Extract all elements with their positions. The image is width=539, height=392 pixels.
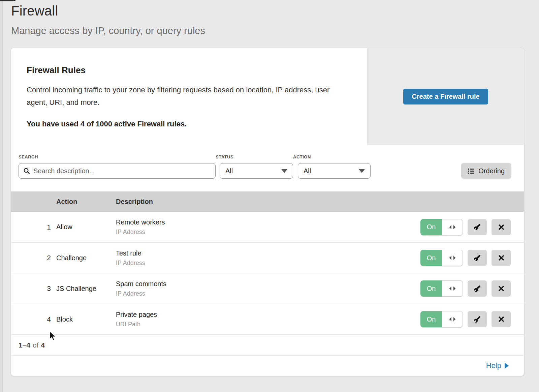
pagination-of: of bbox=[33, 341, 39, 349]
page-title: Firewall bbox=[11, 3, 205, 19]
rule-controls: On bbox=[420, 250, 524, 266]
rule-enabled-toggle[interactable]: On bbox=[420, 311, 463, 327]
chevron-down-icon bbox=[359, 169, 365, 173]
search-filter: SEARCH bbox=[19, 154, 216, 179]
chevron-down-icon bbox=[281, 169, 287, 173]
toggle-arrows-icon bbox=[449, 255, 456, 260]
page-subtitle: Manage access by IP, country, or query r… bbox=[11, 25, 205, 36]
delete-rule-button[interactable] bbox=[492, 311, 511, 327]
ordered-list-icon bbox=[468, 168, 474, 174]
delete-rule-button[interactable] bbox=[492, 280, 511, 297]
rule-match-type: IP Address bbox=[116, 290, 420, 297]
window-corner-artifact bbox=[0, 0, 15, 1]
table-row: 4 Block Private pages URI Path On bbox=[11, 304, 524, 334]
close-icon bbox=[498, 316, 505, 323]
rule-controls: On bbox=[420, 311, 524, 327]
delete-rule-button[interactable] bbox=[492, 219, 511, 235]
toggle-arrows-icon bbox=[449, 286, 456, 291]
table-header: Action Description bbox=[11, 191, 524, 212]
rule-enabled-toggle[interactable]: On bbox=[420, 219, 463, 235]
search-box[interactable] bbox=[19, 163, 216, 179]
toggle-on-label: On bbox=[420, 280, 442, 297]
rule-description-title: Test rule bbox=[116, 249, 420, 257]
rule-controls: On bbox=[420, 219, 524, 235]
toggle-handle[interactable] bbox=[442, 219, 463, 235]
wrench-icon bbox=[474, 316, 481, 323]
create-rule-panel: Create a Firewall rule bbox=[367, 48, 524, 145]
close-icon bbox=[498, 285, 505, 292]
rule-description-title: Private pages bbox=[116, 311, 420, 319]
toggle-arrows-icon bbox=[449, 317, 456, 322]
status-select[interactable]: All bbox=[220, 163, 293, 179]
edit-rule-button[interactable] bbox=[468, 280, 487, 297]
rule-controls: On bbox=[420, 280, 524, 297]
rule-match-type: IP Address bbox=[116, 229, 420, 236]
help-link-label: Help bbox=[486, 361, 501, 370]
search-label: SEARCH bbox=[19, 154, 216, 159]
wrench-icon bbox=[474, 223, 481, 231]
wrench-icon bbox=[474, 254, 481, 262]
toggle-on-label: On bbox=[420, 219, 442, 235]
table-row: 3 JS Challenge Spam comments IP Address … bbox=[11, 273, 524, 304]
create-firewall-rule-button[interactable]: Create a Firewall rule bbox=[403, 89, 488, 104]
firewall-rules-usage: You have used 4 of 1000 active Firewall … bbox=[27, 120, 347, 128]
rule-description: Test rule IP Address bbox=[116, 249, 420, 267]
toggle-on-label: On bbox=[420, 311, 442, 327]
pagination-range: 1–4 bbox=[19, 341, 30, 349]
firewall-rules-info-section: Firewall Rules Control incoming traffic … bbox=[11, 48, 524, 145]
rule-description: Spam comments IP Address bbox=[116, 280, 420, 297]
rule-enabled-toggle[interactable]: On bbox=[420, 250, 463, 266]
rule-match-type: IP Address bbox=[116, 260, 420, 267]
close-icon bbox=[498, 254, 505, 261]
delete-rule-button[interactable] bbox=[492, 250, 511, 266]
rule-action: Block bbox=[56, 315, 116, 323]
firewall-rules-heading: Firewall Rules bbox=[27, 65, 347, 76]
edit-rule-button[interactable] bbox=[468, 250, 487, 266]
table-row: 2 Challenge Test rule IP Address On bbox=[11, 242, 524, 273]
page-header: Firewall Manage access by IP, country, o… bbox=[11, 3, 205, 36]
rule-priority: 4 bbox=[11, 315, 56, 323]
help-arrow-icon bbox=[505, 363, 509, 369]
window-edge bbox=[0, 0, 3, 392]
ordering-button-label: Ordering bbox=[478, 167, 505, 175]
edit-rule-button[interactable] bbox=[468, 311, 487, 327]
rule-priority: 2 bbox=[11, 254, 56, 262]
rule-enabled-toggle[interactable]: On bbox=[420, 280, 463, 297]
action-filter: ACTION All bbox=[293, 154, 371, 179]
toggle-on-label: On bbox=[420, 250, 442, 266]
rule-description: Remote workers IP Address bbox=[116, 218, 420, 236]
search-input[interactable] bbox=[33, 167, 211, 175]
table-row: 1 Allow Remote workers IP Address On bbox=[11, 212, 524, 242]
rule-action: JS Challenge bbox=[56, 285, 116, 293]
firewall-rules-description: Control incoming traffic to your zone by… bbox=[27, 84, 347, 109]
pagination: 1–4 of 4 bbox=[11, 334, 524, 355]
toggle-arrows-icon bbox=[449, 225, 456, 230]
card-footer: Help bbox=[11, 355, 524, 376]
help-link[interactable]: Help bbox=[486, 361, 509, 370]
wrench-icon bbox=[474, 285, 481, 292]
rule-description-title: Spam comments bbox=[116, 280, 420, 288]
rule-match-type: URI Path bbox=[116, 321, 420, 328]
search-icon bbox=[24, 168, 30, 174]
rule-description: Private pages URI Path bbox=[116, 311, 420, 328]
action-select-value: All bbox=[304, 167, 311, 175]
status-filter: STATUS All bbox=[216, 154, 293, 179]
action-column-header: Action bbox=[56, 198, 116, 206]
firewall-rules-card: Firewall Rules Control incoming traffic … bbox=[11, 48, 524, 376]
rule-description-title: Remote workers bbox=[116, 218, 420, 226]
toggle-handle[interactable] bbox=[442, 280, 463, 297]
rule-action: Challenge bbox=[56, 254, 116, 262]
edit-rule-button[interactable] bbox=[468, 219, 487, 235]
pagination-total: 4 bbox=[41, 341, 45, 349]
rule-priority: 1 bbox=[11, 223, 56, 231]
close-icon bbox=[498, 224, 505, 231]
filter-bar: SEARCH STATUS All ACTION All bbox=[11, 145, 524, 191]
rules-list: 1 Allow Remote workers IP Address On bbox=[11, 212, 524, 334]
rule-action: Allow bbox=[56, 223, 116, 231]
toggle-handle[interactable] bbox=[442, 250, 463, 266]
description-column-header: Description bbox=[116, 198, 524, 206]
toggle-handle[interactable] bbox=[442, 311, 463, 327]
action-label: ACTION bbox=[293, 154, 371, 159]
ordering-button[interactable]: Ordering bbox=[461, 163, 511, 179]
action-select[interactable]: All bbox=[298, 163, 371, 179]
